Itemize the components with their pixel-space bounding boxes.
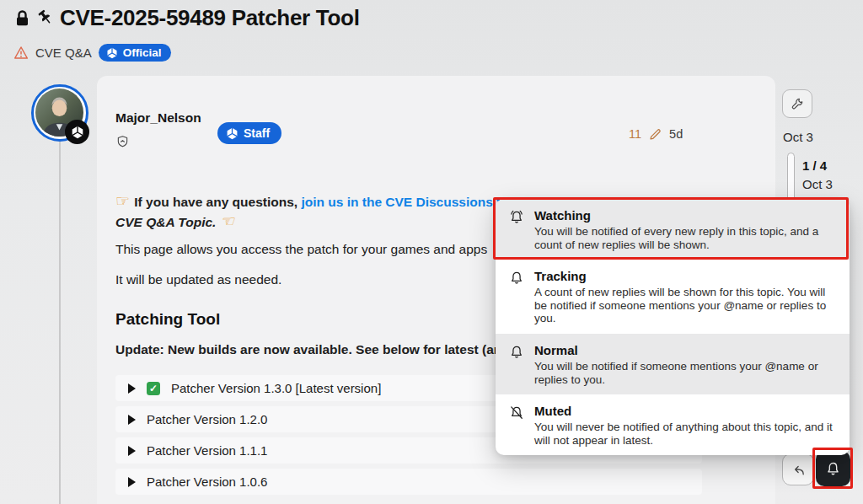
expand-triangle-icon	[128, 477, 136, 487]
menu-item-description: You will never be notified of anything a…	[534, 421, 834, 447]
back-arrow-icon	[791, 462, 807, 478]
menu-item-title: Watching	[534, 207, 834, 223]
menu-item-description: You will be notified if someone mentions…	[534, 360, 834, 386]
author-username[interactable]: Major_Nelson	[115, 110, 201, 126]
post-age[interactable]: 5d	[669, 127, 683, 141]
wrench-icon	[791, 97, 805, 111]
post-intro-line2: CVE Q&A Topic. ☜	[115, 212, 234, 231]
staff-badge[interactable]: Staff	[217, 122, 281, 144]
bell-icon	[508, 270, 525, 287]
timeline-position: 1 / 4	[802, 158, 827, 173]
version-label: Patcher Version 1.1.1	[147, 443, 267, 458]
bell-ringing-icon	[508, 209, 525, 226]
notifications-button[interactable]	[816, 451, 850, 486]
official-tag[interactable]: Official	[99, 44, 172, 62]
lock-icon	[13, 9, 31, 28]
version-label: Patcher Version 1.2.0	[147, 412, 267, 426]
official-tag-label: Official	[123, 46, 162, 59]
category-badge[interactable]: CVE Q&A	[35, 46, 92, 60]
update-note: Update: New builds are now available. Se…	[115, 342, 510, 357]
unity-logo-icon	[226, 127, 239, 140]
staff-badge-label: Staff	[244, 126, 270, 140]
edit-count[interactable]: 11	[629, 127, 641, 141]
topic-title-row: CVE-2025-59489 Patcher Tool	[13, 5, 360, 31]
menu-item-title: Muted	[534, 403, 834, 419]
topic-admin-button[interactable]	[782, 89, 812, 118]
menu-item-description: A count of new replies will be shown for…	[534, 286, 834, 325]
pointing-left-emoji: ☜	[220, 212, 234, 230]
menu-item-title: Normal	[534, 342, 834, 358]
menu-item-title: Tracking	[534, 268, 834, 284]
green-check-emoji: ✓	[147, 382, 160, 395]
warning-triangle-icon	[13, 46, 29, 60]
post-paragraph-access: This page allows you access the patch fo…	[115, 242, 487, 257]
unity-logo-icon	[106, 47, 118, 59]
bell-icon	[825, 461, 841, 477]
menu-item-watching[interactable]: Watching You will be notified of every n…	[496, 199, 850, 260]
notification-level-menu: Watching You will be notified of every n…	[496, 199, 850, 455]
pointing-right-emoji: ☞	[115, 192, 134, 210]
pencil-icon[interactable]	[649, 128, 662, 141]
expand-triangle-icon	[128, 383, 136, 394]
version-row[interactable]: Patcher Version 1.0.6	[115, 469, 702, 495]
timeline-start-date[interactable]: Oct 3	[783, 130, 813, 144]
share-reply-button[interactable]	[782, 453, 814, 485]
version-label: Patcher Version 1.3.0 [Latest version]	[171, 381, 381, 395]
unity-flair-icon	[65, 120, 89, 144]
post-paragraph-updated: It will be updated as needed.	[115, 272, 281, 287]
menu-item-normal[interactable]: Normal You will be notified if someone m…	[496, 334, 850, 394]
post-thread-line	[59, 142, 61, 504]
menu-item-tracking[interactable]: Tracking A count of new replies will be …	[496, 260, 850, 334]
timeline-current-date: Oct 3	[802, 177, 833, 191]
bell-icon	[508, 344, 525, 361]
expand-triangle-icon	[128, 446, 136, 456]
version-label: Patcher Version 1.0.6	[147, 475, 267, 489]
pin-icon	[37, 9, 54, 28]
menu-item-muted[interactable]: Muted You will never be notified of anyt…	[496, 394, 850, 455]
section-heading: Patching Tool	[115, 310, 220, 329]
shield-icon	[116, 135, 129, 148]
topic-category-row: CVE Q&A Official	[13, 44, 171, 62]
menu-item-description: You will be notified of every new reply …	[534, 225, 834, 251]
author-avatar[interactable]	[31, 84, 88, 142]
discourse-topic-page: CVE-2025-59489 Patcher Tool CVE Q&A Offi…	[0, 0, 863, 504]
post-meta: 11 5d	[629, 127, 683, 141]
page-title: CVE-2025-59489 Patcher Tool	[60, 5, 360, 31]
bell-slash-icon	[508, 405, 525, 421]
expand-triangle-icon	[128, 415, 136, 425]
